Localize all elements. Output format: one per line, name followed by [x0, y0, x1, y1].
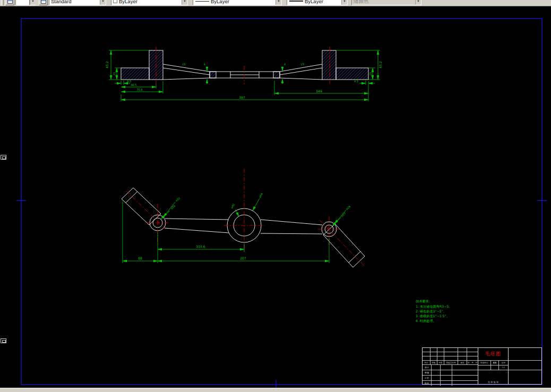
layers-icon: [7, 0, 13, 4]
scale-value: 1:1: [499, 365, 508, 370]
plotstyle-combo: 随颜色: [351, 0, 421, 5]
lineweight-combo[interactable]: ByLayer: [287, 0, 348, 5]
rev-header: 更改文件号: [444, 361, 458, 365]
chevron-down-icon[interactable]: [341, 0, 347, 5]
dim-label: 21: [369, 72, 372, 75]
dim-label: ⌀32: [175, 196, 180, 202]
chevron-down-icon[interactable]: [276, 0, 281, 5]
flyout-dropdown[interactable]: [29, 0, 36, 5]
technical-notes[interactable]: 技术要求: 1. 未注铸造圆角R3~5。 2. 铸造斜度3°~5°。 3. 拔模…: [415, 299, 452, 323]
linetype-combo-value: ByLayer: [209, 0, 276, 4]
dim-label: 103.6: [196, 245, 205, 248]
linetype-sample-icon: [195, 1, 209, 2]
note-line: 4. 时效处理。: [416, 319, 436, 323]
quick-select-box[interactable]: [15, 0, 29, 5]
dim-label: 21: [113, 72, 116, 75]
dim-label: 15: [182, 63, 186, 66]
plan-view-geometry[interactable]: [122, 188, 365, 267]
object-properties-toolbar: Standard ByLayer ByLayer ByLayer 随颜色: [0, 0, 551, 6]
toolbar-button[interactable]: [5, 0, 14, 5]
dim-label: 4: [284, 63, 286, 66]
title-block-right-cells: [509, 348, 541, 384]
linetype-combo[interactable]: ByLayer: [193, 0, 282, 5]
chevron-down-icon: [415, 0, 421, 5]
rev-header: 标记: [423, 361, 431, 365]
plotstyle-combo-value: 随颜色: [352, 0, 415, 5]
rev-header: 处数: [431, 361, 437, 365]
section-view-geometry[interactable]: [121, 50, 368, 80]
sign-label: 批准: [423, 381, 432, 386]
dim-label: 397: [239, 95, 245, 99]
lineweight-combo-value: ByLayer: [303, 0, 341, 4]
dim-label: ⌀28: [345, 205, 351, 211]
style-combo-value: Standard: [49, 0, 100, 4]
stage-label: 阶段标记: [478, 361, 491, 365]
color-combo[interactable]: ByLayer: [111, 0, 188, 5]
color-combo-value: ByLayer: [117, 0, 182, 4]
title-block: 标记 处数 分区 更改文件号 签名 年、月、日 设计 审核 工艺 批准 毛坯图 …: [422, 347, 542, 385]
dim-label: 4.3: [127, 80, 131, 83]
dim-label: 68: [138, 256, 142, 260]
note-line: 3. 拔模斜度1°~1.5°。: [416, 314, 450, 318]
docked-toolbar-fragment-icon[interactable]: [1, 338, 6, 343]
docked-toolbar-fragment-icon[interactable]: [1, 155, 6, 160]
drawing-title: 毛坯图: [478, 348, 508, 361]
dim-label: ⌀17: [340, 212, 346, 217]
dim-label: 15: [300, 63, 304, 66]
sign-label: 设计: [423, 365, 432, 370]
cad-drawing: 45.2 21 4.3 48.5 75.8 397 149 45.2 21: [0, 6, 551, 388]
notes-title: 技术要求:: [415, 299, 430, 303]
toolbar-grip[interactable]: [1, 0, 4, 5]
chevron-down-icon[interactable]: [100, 0, 106, 5]
dim-label: 149: [316, 89, 322, 93]
lineweight-sample-icon: [289, 1, 303, 2]
text-style-button[interactable]: [39, 0, 48, 5]
scale-label: 比例: [499, 361, 508, 365]
chevron-down-icon[interactable]: [182, 0, 187, 5]
rev-header: 签名: [458, 361, 467, 365]
sheet-info: 共 张 第 张: [478, 370, 508, 384]
drawing-area[interactable]: 45.2 21 4.3 48.5 75.8 397 149 45.2 21: [0, 6, 551, 388]
dim-label: ⌀42: [230, 203, 235, 209]
style-icon: [41, 0, 46, 4]
rev-header: 年、月、日: [467, 361, 478, 365]
chevron-down-icon[interactable]: [30, 0, 36, 5]
revision-and-signature-table: 标记 处数 分区 更改文件号 签名 年、月、日 设计 审核 工艺 批准: [423, 348, 478, 384]
sign-label: 审核: [423, 370, 432, 376]
dim-label: 4.3: [354, 80, 358, 83]
weight-label: 重量: [491, 361, 499, 365]
title-and-scale-area: 毛坯图 阶段标记 重量 比例 1:1 共 张 第 张: [478, 348, 509, 384]
dim-label: 4: [204, 63, 205, 66]
dim-label: 45.2: [105, 61, 109, 68]
dim-label: 75.8: [136, 88, 142, 91]
note-line: 1. 未注铸造圆角R3~5。: [416, 304, 452, 309]
note-line: 2. 铸造斜度3°~5°。: [416, 309, 446, 313]
dim-label: ⌀64: [258, 193, 263, 198]
status-bar: [0, 388, 551, 392]
drawing-frame: [16, 19, 547, 388]
style-combo[interactable]: Standard: [49, 0, 106, 5]
dim-label: 48.5: [131, 83, 136, 86]
dim-label: 45.2: [378, 61, 382, 68]
dim-label: 207: [240, 256, 246, 260]
sign-label: 工艺: [423, 376, 432, 381]
color-swatch: [113, 0, 117, 3]
rev-header: 分区: [437, 361, 444, 365]
